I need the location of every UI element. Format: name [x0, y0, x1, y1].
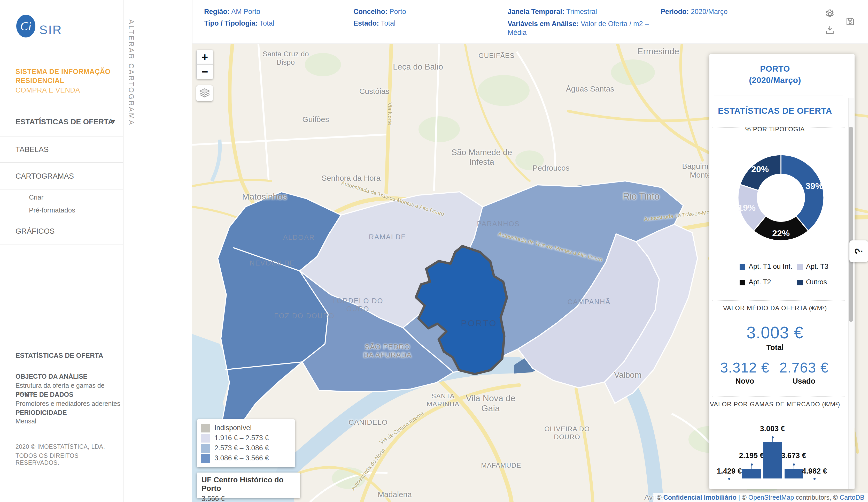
legend-swatch-t1 — [740, 264, 745, 270]
filter-regiao: Região: AM Porto — [204, 8, 260, 16]
map-legend: Indisponível 1.916 € – 2.573 € 2.573 € –… — [197, 419, 295, 468]
region-info-title: UF Centro Histórico do Porto — [202, 476, 300, 493]
filter-value[interactable]: Porto — [390, 8, 406, 16]
info-heading: OBJECTO DA ANÁLISE — [16, 373, 87, 380]
ci-logo: Ci — [16, 15, 35, 38]
legend-label: Indisponível — [214, 424, 251, 432]
legend-swatch-class2 — [201, 444, 210, 453]
sidebar-subtitle: COMPRA E VENDA — [16, 86, 80, 94]
filter-value[interactable]: 2020/Março — [691, 8, 728, 16]
legend-swatch-outros — [797, 280, 803, 285]
info-text: Mensal — [16, 418, 37, 425]
info-heading: FONTE DE DADOS — [16, 391, 73, 398]
filter-label: Variáveis em Análise: — [508, 20, 579, 28]
valor-novo: 3.312 € — [719, 359, 771, 376]
sidebar-item-criar[interactable]: Criar — [29, 193, 43, 201]
sidebar-item-graficos[interactable]: GRÁFICOS — [16, 227, 54, 235]
gamas-mid-label: 3.003 € — [760, 424, 785, 433]
sidebar-item-pre-formatados[interactable]: Pré-formatados — [29, 206, 75, 214]
sidebar-info-title: ESTATÍSTICAS DE OFERTA — [16, 352, 103, 360]
alterar-cartograma-label[interactable]: ALTERAR CARTOGRAMA — [127, 19, 135, 126]
sidebar-item-estatisticas-de-oferta[interactable]: ESTATÍSTICAS DE OFERTA — [16, 118, 113, 126]
filter-value[interactable]: AM Porto — [231, 8, 260, 16]
legend-label: 1.916 € – 2.573 € — [214, 434, 269, 442]
copyright-line1: 2020 © IMOESTATÍSTICA, LDA. — [16, 443, 105, 450]
legend-label-t3: Apt. T3 — [806, 263, 828, 271]
layers-button[interactable] — [196, 85, 213, 101]
attribution-text: © — [657, 494, 663, 501]
attribution-text: contributors, © — [794, 494, 840, 501]
zoom-out-button[interactable]: − — [196, 64, 214, 79]
legend-label-outros: Outros — [806, 278, 827, 286]
filter-label: Estado: — [353, 19, 379, 27]
confidencial-imobiliario-link[interactable]: Confidencial Imobiliário — [663, 494, 736, 501]
help-button[interactable]: ? — [849, 240, 868, 262]
legend-swatch-t3 — [797, 264, 803, 270]
gamas-title: VALOR POR GAMAS DE MERCADO (€/M²) — [710, 401, 840, 408]
settings-button[interactable] — [825, 9, 835, 20]
filter-label: Tipo / Tipologia: — [204, 19, 258, 27]
filter-label: Período: — [661, 8, 689, 16]
gamas-whisker — [752, 464, 752, 469]
app-window: ALDOAR NEVOGILDE RAMALDE LORDELO DO OURO… — [0, 0, 868, 502]
gamas-bar-mid[interactable] — [763, 442, 782, 479]
panel-section-title: ESTATÍSTICAS DE OFERTA — [710, 106, 840, 116]
panel-title: PORTO — [710, 64, 840, 74]
gamas-bar-high[interactable] — [785, 469, 803, 479]
legend-row: 1.916 € – 2.573 € — [201, 433, 295, 443]
attribution-text: | © — [736, 494, 748, 501]
filter-value[interactable]: Trimestral — [566, 8, 597, 16]
valor-medio-title: VALOR MÉDIO DA OFERTA (€/M²) — [710, 304, 840, 312]
filter-periodo: Período: 2020/Março — [661, 8, 728, 16]
chevron-down-icon[interactable]: ▼ — [111, 118, 116, 125]
donut-chart-title: % POR TIPOLOGIA — [710, 126, 840, 133]
filter-tipo-tipologia: Tipo / Tipologia: Total — [204, 19, 274, 27]
filter-estado: Estado: Total — [353, 19, 395, 27]
valor-usado: 2.763 € — [778, 359, 830, 376]
legend-label: 3.086 € – 3.566 € — [214, 454, 269, 462]
filter-janela-temporal: Janela Temporal: Trimestral — [508, 8, 597, 16]
sidebar-item-tabelas[interactable]: TABELAS — [16, 145, 49, 154]
legend-swatch-indisponivel — [201, 424, 210, 432]
gamas-max-label: 4.982 € — [802, 467, 827, 475]
legend-row: 2.573 € – 3.086 € — [201, 443, 295, 453]
filter-label: Concelho: — [353, 8, 388, 16]
legend-label-t1: Apt. T1 ou Inf. — [749, 263, 792, 271]
filter-label: Região: — [204, 8, 230, 16]
panel-scrollbar-thumb[interactable] — [849, 127, 853, 322]
copyright-line2: TODOS OS DIREITOS RESERVADOS. — [16, 452, 123, 466]
info-text: Promotores e mediadores aderentes — [16, 400, 121, 408]
floppy-disk-icon — [845, 17, 855, 26]
sidebar-title-line2: RESIDENCIAL — [16, 77, 64, 85]
legend-swatch-class1 — [201, 434, 210, 443]
legend-swatch-class3 — [201, 454, 210, 463]
region-info-box: UF Centro Histórico do Porto 3.566 € — [197, 473, 300, 498]
openstreetmap-link[interactable]: OpenStreetMap — [748, 494, 794, 501]
layers-icon — [199, 88, 210, 99]
filter-value[interactable]: Total — [260, 19, 274, 27]
sidebar: Ci SIR SISTEMA DE INFORMAÇÃO RESIDENCIAL… — [0, 0, 123, 502]
valor-novo-label: Novo — [719, 377, 771, 385]
filter-variaveis: Variáveis em Análise: Valor de Oferta / … — [508, 19, 652, 37]
download-button[interactable] — [825, 25, 835, 36]
donut-pct-t3: 19% — [738, 203, 756, 213]
filter-value[interactable]: Total — [381, 19, 395, 27]
gamas-bar-low[interactable] — [742, 469, 761, 479]
cartodb-link[interactable]: CartoDB — [840, 494, 865, 501]
panel-period-subtitle: (2020/Março) — [710, 76, 840, 85]
gamas-marker — [814, 478, 816, 480]
save-button[interactable] — [845, 17, 855, 27]
gamas-whisker — [772, 438, 773, 443]
legend-swatch-t2 — [740, 280, 745, 285]
zoom-in-button[interactable]: + — [196, 50, 214, 64]
sidebar-item-cartogramas[interactable]: CARTOGRAMAS — [16, 172, 74, 180]
valor-total: 3.003 € — [710, 323, 840, 342]
donut-segment-t1[interactable] — [781, 155, 824, 231]
legend-row: Indisponível — [201, 423, 295, 433]
sidebar-title-line1: SISTEMA DE INFORMAÇÃO — [16, 68, 111, 76]
stats-panel: PORTO (2020/Março) ESTATÍSTICAS DE OFERT… — [710, 54, 855, 489]
legend-row: 3.086 € – 3.566 € — [201, 453, 295, 463]
gamas-whisker — [794, 464, 794, 469]
legend-label: 2.573 € – 3.086 € — [214, 444, 269, 452]
region-info-value: 3.566 € — [202, 495, 300, 502]
